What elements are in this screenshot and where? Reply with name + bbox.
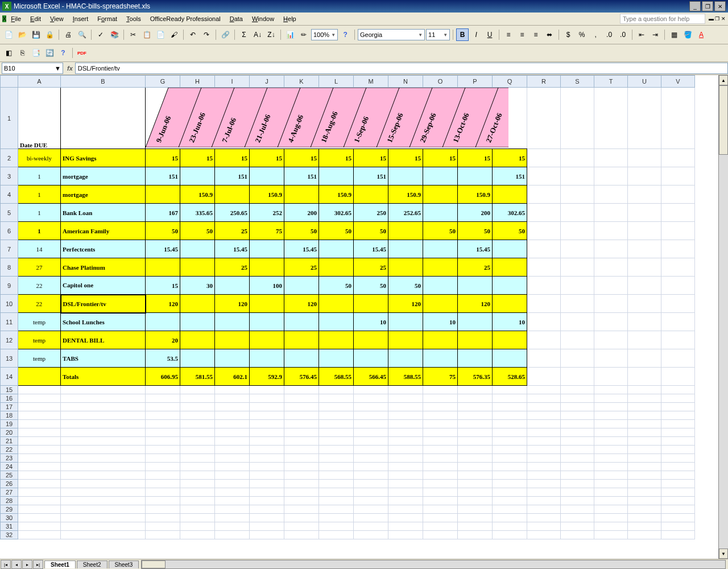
tb2-1[interactable]: ◧ — [2, 47, 15, 59]
menu-officeready[interactable]: OfficeReady Professional — [146, 14, 225, 23]
cell-5-9[interactable]: 200 — [458, 204, 493, 222]
chart-icon[interactable]: 📊 — [284, 28, 296, 41]
cell-due-9[interactable]: 22 — [18, 277, 61, 295]
menu-window[interactable]: Window — [247, 14, 279, 23]
cell-5-1[interactable]: 335.65 — [180, 204, 215, 222]
scroll-thumb[interactable] — [719, 85, 728, 155]
inc-indent-icon[interactable]: ⇥ — [649, 28, 661, 41]
cell-5-5[interactable]: 302.65 — [319, 204, 354, 222]
new-icon[interactable]: 📄 — [2, 28, 15, 41]
cell-10-6[interactable] — [354, 295, 388, 313]
restore-button[interactable]: ❐ — [702, 1, 713, 11]
cell-12-0[interactable]: 20 — [146, 331, 180, 349]
cell-item-7[interactable]: Perfectcents — [61, 240, 146, 258]
cell-4-7[interactable]: 150.9 — [388, 185, 423, 204]
cell-9-10[interactable] — [493, 277, 527, 295]
hyperlink-icon[interactable]: 🔗 — [219, 28, 231, 41]
redo-icon[interactable]: ↷ — [200, 28, 213, 41]
permission-icon[interactable]: 🔒 — [43, 28, 56, 41]
sort-desc-icon[interactable]: Z↓ — [265, 28, 278, 41]
align-center-icon[interactable]: ≡ — [516, 28, 528, 41]
formula-bar[interactable]: DSL/Frontier/tv — [75, 63, 728, 74]
sort-asc-icon[interactable]: A↓ — [251, 28, 264, 41]
cell-item-6[interactable]: American Family — [61, 222, 146, 240]
cell-item-11[interactable]: School Lunches — [61, 313, 146, 331]
cell-8-3[interactable] — [250, 258, 284, 277]
cell-item-4[interactable]: mortgage — [61, 185, 146, 204]
cell-8-4[interactable]: 25 — [284, 258, 319, 277]
cell-due-13[interactable]: temp — [18, 349, 61, 368]
cell-4-1[interactable]: 150.9 — [180, 185, 215, 204]
underline-button[interactable]: U — [483, 28, 496, 41]
cell-3-7[interactable] — [388, 167, 423, 185]
cell-item-8[interactable]: Chase Platinum — [61, 258, 146, 277]
cell-due-6[interactable]: 1 — [18, 222, 61, 240]
cell-7-9[interactable]: 15.45 — [458, 240, 493, 258]
cell-10-4[interactable]: 120 — [284, 295, 319, 313]
cell-6-6[interactable]: 50 — [354, 222, 388, 240]
cell-6-10[interactable]: 50 — [493, 222, 527, 240]
fx-icon[interactable]: fx — [67, 65, 73, 72]
cell-10-5[interactable] — [319, 295, 354, 313]
cell-due-2[interactable]: bi-weekly — [18, 149, 61, 167]
print-icon[interactable]: 🖨 — [62, 28, 75, 41]
cell-2-0[interactable]: 15 — [146, 149, 180, 167]
cell-9-9[interactable] — [458, 277, 493, 295]
cell-13-7[interactable] — [388, 349, 423, 368]
cell-3-4[interactable]: 151 — [284, 167, 319, 185]
cell-13-10[interactable] — [493, 349, 527, 368]
cell-7-1[interactable] — [180, 240, 215, 258]
cell-11-7[interactable] — [388, 313, 423, 331]
tab-sheet2[interactable]: Sheet2 — [77, 560, 107, 568]
cell-5-2[interactable]: 250.65 — [215, 204, 250, 222]
cell-3-3[interactable] — [250, 167, 284, 185]
menu-format[interactable]: Format — [93, 14, 122, 23]
inc-decimal-icon[interactable]: .0 — [603, 28, 615, 41]
cell-10-9[interactable]: 120 — [458, 295, 493, 313]
help-search-input[interactable] — [620, 14, 705, 24]
cell-2-4[interactable]: 15 — [284, 149, 319, 167]
vertical-scrollbar[interactable]: ▲ ▼ — [718, 75, 728, 559]
scroll-up-icon[interactable]: ▲ — [719, 75, 728, 85]
cell-5-3[interactable]: 252 — [250, 204, 284, 222]
cell-9-2[interactable] — [215, 277, 250, 295]
cell-2-8[interactable]: 15 — [423, 149, 458, 167]
cell-7-4[interactable]: 15.45 — [284, 240, 319, 258]
cell-6-0[interactable]: 50 — [146, 222, 180, 240]
cell-13-5[interactable] — [319, 349, 354, 368]
tb2-4[interactable]: 🔄 — [43, 47, 56, 59]
cell-5-10[interactable]: 302.65 — [493, 204, 527, 222]
cell-7-5[interactable] — [319, 240, 354, 258]
cell-9-5[interactable]: 50 — [319, 277, 354, 295]
menu-insert[interactable]: Insert — [68, 14, 93, 23]
cell-2-1[interactable]: 15 — [180, 149, 215, 167]
fill-color-icon[interactable]: 🪣 — [681, 28, 694, 41]
cell-9-0[interactable]: 15 — [146, 277, 180, 295]
cell-12-2[interactable] — [215, 331, 250, 349]
cell-12-9[interactable] — [458, 331, 493, 349]
scroll-down-icon[interactable]: ▼ — [719, 549, 728, 559]
cell-8-6[interactable]: 25 — [354, 258, 388, 277]
cell-13-6[interactable] — [354, 349, 388, 368]
cell-9-7[interactable]: 50 — [388, 277, 423, 295]
cell-8-0[interactable] — [146, 258, 180, 277]
cell-13-0[interactable]: 53.5 — [146, 349, 180, 368]
cell-5-7[interactable]: 252.65 — [388, 204, 423, 222]
tab-nav-prev[interactable]: ◂ — [11, 560, 22, 569]
cell-due-11[interactable]: temp — [18, 313, 61, 331]
mdi-controls[interactable]: ▬ ❐ ✕ — [709, 16, 726, 22]
cell-4-0[interactable] — [146, 185, 180, 204]
spell-icon[interactable]: ✓ — [94, 28, 107, 41]
cell-5-4[interactable]: 200 — [284, 204, 319, 222]
cell-due-5[interactable]: 1 — [18, 204, 61, 222]
cell-4-2[interactable] — [215, 185, 250, 204]
cell-13-1[interactable] — [180, 349, 215, 368]
cell-3-2[interactable]: 151 — [215, 167, 250, 185]
name-box[interactable]: B10▼ — [2, 63, 63, 74]
menu-view[interactable]: View — [46, 14, 68, 23]
cell-7-3[interactable] — [250, 240, 284, 258]
cell-5-6[interactable]: 250 — [354, 204, 388, 222]
cell-3-0[interactable]: 151 — [146, 167, 180, 185]
cell-3-10[interactable]: 151 — [493, 167, 527, 185]
cell-8-5[interactable] — [319, 258, 354, 277]
